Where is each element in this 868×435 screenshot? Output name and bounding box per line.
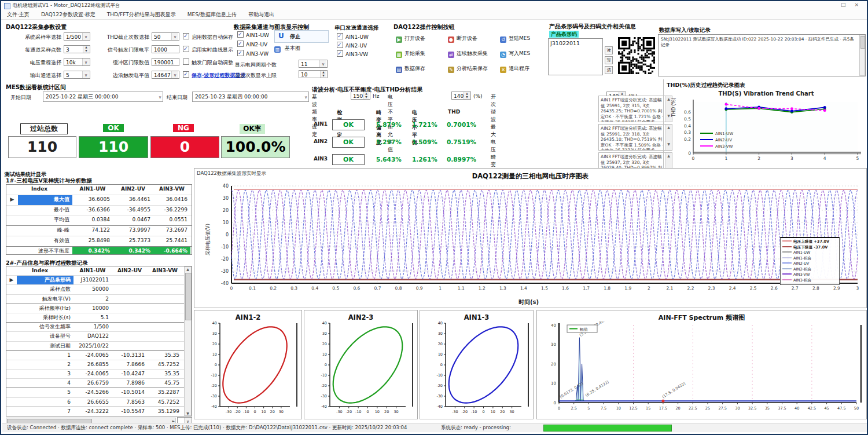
- thd-control-spinner[interactable]: 140▲▼: [451, 92, 471, 100]
- acq-channel-checkbox[interactable]: AIN2-UV: [237, 41, 267, 47]
- table-row[interactable]: 触发电平(V)2: [6, 295, 192, 304]
- scroll-down-icon[interactable]: ▼: [185, 411, 191, 415]
- fft-panel: AIN-FFT Spectrum 频谱图 01020304002.557.510…: [536, 310, 867, 419]
- daq-row-field2[interactable]: 1000: [152, 45, 179, 53]
- table-cell: 35.2287: [148, 388, 182, 397]
- lissajous-panel-3: AIN1-3-40-30-20-10010203040-30-20-100102…: [420, 310, 534, 419]
- table-row[interactable]: ▶产品条形码J31022011: [6, 276, 192, 285]
- menu-item-3[interactable]: MES/数据库信息上传: [182, 10, 242, 20]
- table-row[interactable]: 有效值25.849825.737325.7441: [6, 236, 192, 247]
- send-channel-checkbox[interactable]: AIN1-UW: [337, 33, 369, 40]
- ops-button-icon: ●: [448, 36, 454, 43]
- ops-button-6[interactable]: ▤数据保存: [396, 64, 446, 73]
- ops-button-3[interactable]: ▦开始采集: [396, 49, 446, 58]
- ops-button-5[interactable]: ◔写入MES: [500, 49, 550, 58]
- menu-item-0[interactable]: 文件·主页: [1, 10, 35, 20]
- table-row[interactable]: 设备型号DAQ122: [6, 332, 192, 341]
- menu-item-2[interactable]: THD/FFT分析结果与图表显示: [101, 10, 182, 20]
- barcode-input[interactable]: J31022011: [548, 38, 603, 75]
- ops-button-label: 分析结果保存: [457, 65, 488, 71]
- svg-text:-20: -20: [321, 383, 327, 388]
- end-date-picker[interactable]: 2025-10-23 星期四 00:00:00∨: [192, 92, 309, 102]
- table-row[interactable]: 波形不平衡度0.342%0.342%-0.664%: [6, 247, 192, 255]
- daq-option-checkbox[interactable]: 启用实时曲线显示: [183, 46, 233, 53]
- send-channel-checkbox[interactable]: AIN3-VW: [337, 50, 368, 57]
- table-cell: [112, 276, 148, 284]
- table-row[interactable]: 采样时长(s)5.1: [6, 313, 192, 323]
- ops-button-2[interactable]: ↺登陆MES: [500, 34, 550, 43]
- table-row[interactable]: 7-24.3222-10.554735.1299: [6, 407, 192, 416]
- menu-item-4[interactable]: 帮助与退出: [242, 10, 280, 20]
- barcode-side-button[interactable]: 清: [605, 66, 613, 74]
- table-cell: 36.6005: [72, 195, 113, 205]
- stop-button[interactable]: U 停止: [274, 30, 329, 43]
- table-row[interactable]: 采样点数50000: [6, 285, 192, 294]
- start-date-picker[interactable]: 2025-10-22 星期三 00:00:00∨: [43, 92, 163, 102]
- table-row[interactable]: 1-24.0065-10.313135.35: [6, 351, 192, 360]
- daq-row-field1[interactable]: 5∨: [64, 71, 90, 79]
- harmonic-spinner[interactable]: 10▲▼: [299, 70, 328, 78]
- daq-row-field1[interactable]: 10k∨: [64, 58, 90, 66]
- checkbox-label: AIN1-UW: [345, 34, 369, 40]
- table-row[interactable]: 626.66557.856345.7252: [6, 398, 192, 407]
- table-cell: 35.35: [148, 370, 182, 378]
- period-combo[interactable]: 11∨: [299, 60, 328, 68]
- daq-row-field2[interactable]: 14647∨: [152, 71, 179, 79]
- table-row[interactable]: 最小值-36.6366-36.4955-36.2299: [6, 206, 192, 216]
- table-row[interactable]: 226.68557.866645.7252: [6, 360, 192, 370]
- menu-item-1[interactable]: DAQ122参数设置·标定: [35, 10, 101, 20]
- svg-text:5: 5: [587, 406, 590, 411]
- basic-chart-button[interactable]: ▥ 基本图: [274, 45, 328, 55]
- svg-text:-30: -30: [321, 394, 327, 399]
- table-row[interactable]: 测试日期2025/10/22: [6, 342, 192, 351]
- svg-text:40: 40: [322, 321, 327, 326]
- table-row[interactable]: 平均值0.03840.04670.0551: [6, 215, 192, 226]
- daq-row-field2[interactable]: 50∨: [152, 32, 179, 41]
- row-label: 采样时长(s): [17, 313, 73, 322]
- table-row[interactable]: 峰-峰74.12273.999773.2697: [6, 226, 192, 236]
- barcode-side-button[interactable]: 写: [605, 56, 613, 64]
- svg-text:20: 20: [551, 362, 556, 367]
- acq-channel-checkbox[interactable]: AIN3-VW: [237, 50, 269, 57]
- table-row[interactable]: 5-24.5266-10.501435.2287: [6, 388, 192, 397]
- ops-button-4[interactable]: ⇄连续触发采集: [448, 49, 498, 58]
- ok-count-label: OK: [103, 124, 124, 132]
- acq-channel-checkbox[interactable]: AIN1-UW: [237, 31, 269, 38]
- ops-button-1[interactable]: ●断开设备: [448, 34, 498, 43]
- ops-button-7[interactable]: ✎分析结果保存: [448, 64, 498, 73]
- ops-button-8[interactable]: ✕退出程序: [500, 64, 550, 73]
- svg-text:-20: -20: [461, 410, 468, 414]
- daq-row-field1[interactable]: 3▲▼: [64, 45, 90, 53]
- svg-text:5: 5: [856, 156, 859, 161]
- row-selector: [6, 313, 17, 322]
- ops-button-0[interactable]: ▶打开设备: [396, 34, 446, 43]
- table-cell: [148, 285, 182, 294]
- table-row[interactable]: 信号发生频率1/500: [6, 323, 192, 332]
- scroll-right-icon[interactable]: ►: [172, 419, 175, 423]
- table-cell: -10.3131: [112, 351, 148, 360]
- ops-button-icon: ▶: [396, 36, 402, 43]
- send-channel-checkbox[interactable]: AIN2-UV: [337, 42, 367, 49]
- table-row[interactable]: 3-24.0065-10.424735.35: [6, 370, 192, 379]
- thd-control-spinner[interactable]: 150▲▼: [351, 92, 370, 100]
- daq-option-checkbox[interactable]: 触发门限自动调整: [183, 59, 233, 65]
- table-cell: [112, 295, 148, 304]
- stop-label: 停止: [290, 33, 300, 41]
- table-row[interactable]: ▶最大值36.600536.446136.0416: [6, 195, 192, 206]
- dblog-scrollbar[interactable]: [859, 35, 865, 76]
- scroll-up-icon[interactable]: ▲: [185, 267, 191, 271]
- svg-text:-40: -40: [211, 404, 217, 409]
- daq-row-field2[interactable]: 190001: [152, 58, 179, 66]
- ops-button-label: 断开设备: [457, 35, 477, 41]
- daq-row-field1[interactable]: 1/500∨: [64, 32, 90, 41]
- daq-option-checkbox[interactable]: 启用数据自动保存: [183, 33, 233, 40]
- svg-text:0.2: 0.2: [684, 137, 691, 142]
- info-table-vscrollbar[interactable]: ▲ ▼: [184, 266, 192, 416]
- row-label: 5: [17, 388, 73, 397]
- barcode-side-button[interactable]: 读: [605, 46, 613, 54]
- table-row[interactable]: 426.67597.898645.75: [6, 379, 192, 388]
- checkbox-box-icon: [337, 33, 343, 39]
- window-controls[interactable]: □ ×: [841, 2, 862, 8]
- table-row[interactable]: 采样频率(Hz)10000: [6, 304, 192, 313]
- table-cell: 36.4461: [113, 195, 153, 205]
